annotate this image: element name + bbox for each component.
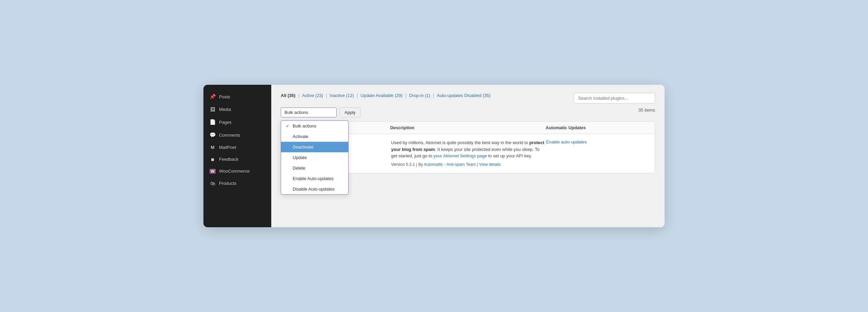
dropdown-label: Deactivate bbox=[293, 144, 313, 150]
feedback-icon: ◼ bbox=[210, 157, 216, 162]
mailpoet-icon: M bbox=[210, 145, 216, 150]
bulk-actions-wrapper: Bulk actions Activate Deactivate Update … bbox=[281, 108, 337, 117]
items-count: 35 items bbox=[638, 108, 655, 113]
separator: | bbox=[326, 93, 327, 98]
main-content: All (35) | Active (23) | Inactive (12) |… bbox=[271, 85, 665, 227]
sidebar-item-feedback[interactable]: ◼ Feedback bbox=[203, 153, 271, 165]
products-icon: 🛍 bbox=[210, 180, 216, 186]
enable-auto-updates-link[interactable]: Enable auto-updates bbox=[546, 139, 587, 144]
sidebar-item-media[interactable]: 🖼 Media bbox=[203, 103, 271, 116]
posts-icon: 📌 bbox=[210, 94, 216, 100]
dropdown-item-enable-auto-updates[interactable]: Enable Auto-updates bbox=[281, 173, 348, 184]
filter-active[interactable]: Active (23) bbox=[302, 93, 323, 98]
dropdown-item-bulk-actions[interactable]: ✓ Bulk actions bbox=[281, 121, 348, 131]
plugin-meta: Version 5.3.1 | By Automattic - Anti-spa… bbox=[391, 161, 546, 168]
actions-row: Bulk actions Activate Deactivate Update … bbox=[281, 108, 655, 117]
view-details-link[interactable]: View details bbox=[479, 162, 501, 167]
plugin-description-text: Used by millions, Akismet is quite possi… bbox=[391, 139, 546, 159]
dropdown-item-update[interactable]: Update bbox=[281, 152, 348, 163]
separator: | bbox=[433, 93, 434, 98]
sidebar-item-comments[interactable]: 💬 Comments bbox=[203, 129, 271, 141]
sidebar-item-label: WooCommerce bbox=[219, 169, 250, 174]
author-link[interactable]: Automattic - Anti-spam Team bbox=[424, 162, 476, 167]
woocommerce-icon: W bbox=[210, 169, 216, 174]
separator: | bbox=[357, 93, 358, 98]
filter-drop-in[interactable]: Drop-in (1) bbox=[409, 93, 430, 98]
bold-text: protect your blog from spam bbox=[391, 140, 545, 152]
col-description: Description bbox=[390, 125, 546, 130]
sidebar-item-products[interactable]: 🛍 Products bbox=[203, 177, 271, 190]
dropdown-item-delete[interactable]: Delete bbox=[281, 163, 348, 173]
sidebar: 📌 Posts 🖼 Media 📄 Pages 💬 Comments M Mai… bbox=[203, 85, 271, 227]
sidebar-item-woocommerce[interactable]: W WooCommerce bbox=[203, 165, 271, 177]
top-bar: All (35) | Active (23) | Inactive (12) |… bbox=[281, 93, 655, 103]
sidebar-item-label: Media bbox=[219, 107, 231, 112]
akismet-settings-link[interactable]: your Akismet Settings page bbox=[434, 153, 487, 158]
sidebar-item-label: Posts bbox=[219, 94, 230, 99]
filter-auto-updates-disabled[interactable]: Auto-updates Disabled (35) bbox=[437, 93, 490, 98]
dropdown-item-deactivate[interactable]: Deactivate bbox=[281, 142, 348, 152]
sidebar-item-label: Comments bbox=[219, 133, 240, 138]
filter-all[interactable]: All (35) bbox=[281, 93, 295, 98]
checkmark-icon: ✓ bbox=[286, 124, 291, 129]
filter-update-available[interactable]: Update Available (29) bbox=[360, 93, 402, 98]
dropdown-item-activate[interactable]: Activate bbox=[281, 131, 348, 142]
sidebar-item-label: MailPoet bbox=[219, 145, 236, 150]
sidebar-item-mailpoet[interactable]: M MailPoet bbox=[203, 141, 271, 153]
filter-bar: All (35) | Active (23) | Inactive (12) |… bbox=[281, 93, 491, 98]
sidebar-item-label: Products bbox=[219, 181, 236, 186]
dropdown-label: Update bbox=[293, 155, 307, 160]
sidebar-item-posts[interactable]: 📌 Posts bbox=[203, 90, 271, 103]
dropdown-item-disable-auto-updates[interactable]: Disable Auto-updates bbox=[281, 184, 348, 194]
dropdown-label: Bulk actions bbox=[293, 123, 316, 129]
media-icon: 🖼 bbox=[210, 106, 216, 112]
dropdown-menu: ✓ Bulk actions Activate Deactivate Updat… bbox=[281, 120, 349, 195]
apply-button[interactable]: Apply bbox=[339, 108, 361, 117]
dropdown-label: Activate bbox=[293, 134, 308, 139]
sidebar-item-pages[interactable]: 📄 Pages bbox=[203, 116, 271, 129]
separator: | bbox=[405, 93, 406, 98]
comments-icon: 💬 bbox=[210, 132, 216, 138]
dropdown-label: Enable Auto-updates bbox=[293, 176, 334, 181]
separator: | bbox=[298, 93, 299, 98]
search-input[interactable] bbox=[574, 93, 655, 103]
auto-updates-cell: Enable auto-updates bbox=[546, 139, 649, 144]
bulk-actions-select[interactable]: Bulk actions Activate Deactivate Update … bbox=[281, 108, 337, 117]
plugin-description-cell: Used by millions, Akismet is quite possi… bbox=[391, 139, 546, 168]
dropdown-label: Delete bbox=[293, 165, 305, 171]
sidebar-item-label: Pages bbox=[219, 120, 232, 125]
dropdown-label: Disable Auto-updates bbox=[293, 187, 335, 192]
col-auto-updates: Automatic Updates bbox=[546, 125, 649, 130]
filter-inactive[interactable]: Inactive (12) bbox=[330, 93, 354, 98]
search-box bbox=[574, 93, 655, 103]
sidebar-item-label: Feedback bbox=[219, 157, 238, 162]
pages-icon: 📄 bbox=[210, 119, 216, 125]
app-window: 📌 Posts 🖼 Media 📄 Pages 💬 Comments M Mai… bbox=[203, 85, 665, 227]
